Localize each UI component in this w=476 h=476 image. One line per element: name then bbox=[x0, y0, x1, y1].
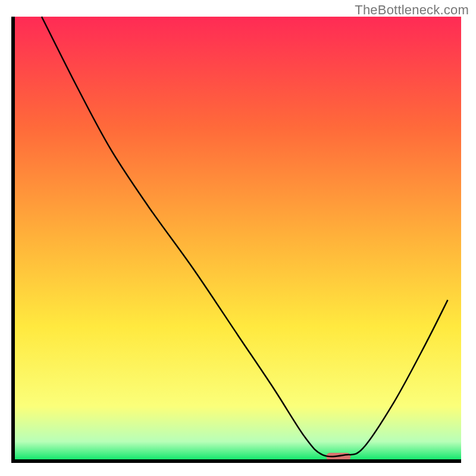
gradient-background bbox=[15, 17, 461, 459]
bottleneck-chart: TheBottleneck.com bbox=[0, 0, 476, 476]
watermark-text: TheBottleneck.com bbox=[355, 2, 469, 18]
chart-canvas bbox=[0, 0, 476, 476]
x-axis bbox=[11, 459, 461, 463]
y-axis bbox=[11, 17, 15, 463]
